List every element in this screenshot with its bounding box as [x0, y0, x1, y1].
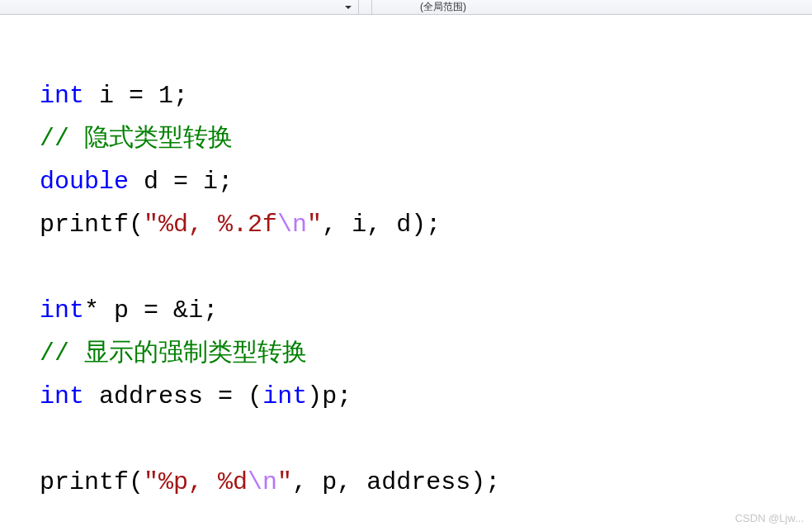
identifier: i [203, 168, 218, 196]
toolbar-separator [359, 0, 372, 14]
blank-line [40, 418, 812, 461]
identifier: i [188, 296, 203, 325]
string-literal: %p, %d [158, 468, 248, 496]
code-line: printf("%p, %d\n", p, address); [40, 461, 812, 504]
keyword-int: int [40, 382, 84, 410]
keyword-int: int [262, 382, 307, 410]
number-literal: 1 [158, 82, 173, 110]
code-line: printf("%d, %.2f\n", i, d); [40, 203, 812, 246]
string-literal: %d, %.2f [158, 211, 277, 239]
code-line: int address = (int)p; [40, 375, 812, 418]
identifier: i [99, 82, 114, 110]
identifier: p [322, 468, 337, 496]
escape-sequence: \n [277, 211, 307, 239]
code-line: // 显示的强制类型转换 [40, 332, 812, 375]
code-line: int* p = &i; [40, 289, 812, 332]
code-editor[interactable]: int i = 1;// 隐式类型转换double d = i;printf("… [0, 15, 812, 504]
identifier: p [114, 296, 129, 325]
escape-sequence: \n [248, 468, 277, 496]
code-line: double d = i; [40, 160, 812, 203]
identifier: d [396, 211, 411, 239]
chevron-down-icon [345, 6, 352, 9]
scope-dropdown-left[interactable] [0, 0, 359, 14]
function-call: printf [40, 211, 129, 239]
identifier: address [99, 382, 203, 410]
navigation-bar: (全局范围) [0, 0, 812, 15]
watermark: CSDN @Ljw... [735, 512, 804, 524]
identifier: address [366, 468, 470, 496]
identifier: d [144, 168, 158, 196]
code-line: // 隐式类型转换 [40, 117, 812, 160]
function-call: printf [40, 468, 129, 496]
identifier: i [352, 211, 366, 239]
keyword-int: int [40, 296, 84, 325]
keyword-double: double [40, 168, 129, 196]
identifier: p [322, 382, 337, 410]
scope-dropdown-right[interactable]: (全局范围) [372, 0, 812, 14]
comment: // 显示的强制类型转换 [40, 339, 307, 367]
blank-line [40, 246, 812, 289]
comment: // 隐式类型转换 [40, 125, 233, 153]
code-line: int i = 1; [40, 74, 812, 117]
keyword-int: int [40, 82, 84, 110]
scope-label: (全局范围) [420, 0, 466, 14]
